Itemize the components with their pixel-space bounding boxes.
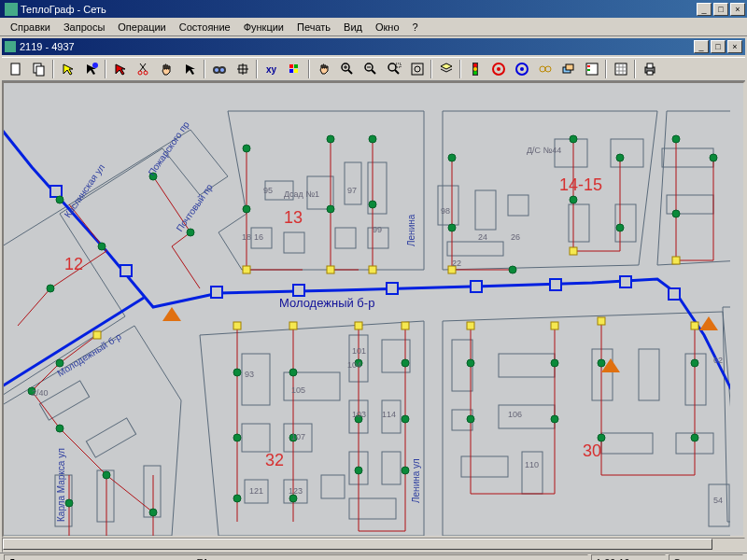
svg-rect-84 bbox=[639, 349, 659, 400]
street-pocht: Почтовый пр bbox=[175, 182, 215, 233]
menu-funkcii[interactable]: Функции bbox=[237, 20, 290, 35]
zoom-region-icon[interactable] bbox=[383, 59, 404, 79]
grid-icon[interactable] bbox=[610, 59, 631, 79]
a114: 114 bbox=[382, 410, 396, 419]
svg-rect-78 bbox=[499, 354, 555, 377]
copy-icon[interactable] bbox=[28, 59, 49, 79]
pan-icon[interactable] bbox=[313, 59, 334, 79]
a103: 103 bbox=[352, 410, 366, 419]
a121: 121 bbox=[249, 486, 263, 496]
maximize-button[interactable]: □ bbox=[713, 3, 728, 16]
svg-rect-56 bbox=[662, 148, 713, 167]
legend-icon[interactable] bbox=[581, 59, 602, 79]
a110: 110 bbox=[525, 460, 539, 469]
street-lenina2: Ленина ул bbox=[411, 458, 421, 503]
arrow-yellow-icon[interactable] bbox=[57, 59, 78, 79]
svg-rect-11 bbox=[289, 64, 293, 68]
sub-minimize-button[interactable]: _ bbox=[694, 40, 709, 53]
svg-point-24 bbox=[473, 71, 477, 75]
menu-zaprosy[interactable]: Запросы bbox=[57, 20, 111, 35]
svg-point-17 bbox=[388, 63, 396, 71]
svg-rect-36 bbox=[615, 63, 627, 75]
svg-rect-63 bbox=[242, 354, 270, 405]
svg-rect-32 bbox=[566, 64, 573, 70]
hand-icon[interactable] bbox=[156, 59, 177, 79]
svg-rect-49 bbox=[475, 190, 496, 230]
sub-close-button[interactable]: × bbox=[727, 40, 742, 53]
navigate-icon[interactable] bbox=[232, 59, 253, 79]
svg-point-132 bbox=[402, 359, 409, 367]
svg-rect-65 bbox=[242, 424, 270, 452]
svg-point-135 bbox=[467, 359, 474, 367]
pointer-icon[interactable] bbox=[179, 59, 201, 79]
svg-point-8 bbox=[215, 68, 218, 72]
svg-point-5 bbox=[144, 71, 148, 75]
menu-pechat[interactable]: Печать bbox=[290, 20, 337, 35]
svg-rect-82 bbox=[522, 452, 543, 494]
svg-rect-151 bbox=[355, 322, 362, 329]
svg-rect-14 bbox=[294, 69, 298, 73]
sub-maximize-button[interactable]: □ bbox=[711, 40, 726, 53]
layers2-icon[interactable] bbox=[557, 59, 579, 79]
svg-point-117 bbox=[672, 210, 680, 217]
svg-point-28 bbox=[520, 67, 524, 71]
menu-spravki[interactable]: Справки bbox=[4, 20, 57, 35]
svg-rect-76 bbox=[349, 498, 396, 519]
close-button[interactable]: × bbox=[730, 3, 745, 16]
menu-sostoyanie[interactable]: Состояние bbox=[173, 20, 237, 35]
svg-point-112 bbox=[570, 135, 577, 143]
cut-icon[interactable] bbox=[133, 59, 154, 79]
menu-okno[interactable]: Окно bbox=[369, 20, 406, 35]
menu-help[interactable]: ? bbox=[406, 20, 425, 35]
svg-rect-158 bbox=[672, 257, 680, 264]
map-viewport[interactable]: 12 13 14-15 30 32 Молодежный б-р Молодеж… bbox=[2, 81, 745, 538]
zoom-fit-icon[interactable] bbox=[406, 59, 428, 79]
a24: 24 bbox=[478, 232, 487, 242]
svg-point-3 bbox=[92, 63, 98, 68]
svg-rect-156 bbox=[691, 322, 698, 329]
svg-point-109 bbox=[448, 154, 456, 161]
horizontal-scrollbar[interactable] bbox=[2, 538, 745, 553]
network-map[interactable]: 12 13 14-15 30 32 Молодежный б-р Молодеж… bbox=[4, 83, 730, 536]
svg-point-102 bbox=[187, 229, 194, 236]
svg-rect-19 bbox=[412, 63, 423, 75]
svg-point-143 bbox=[65, 499, 73, 507]
target-blue-icon[interactable] bbox=[511, 59, 532, 79]
chain-icon[interactable] bbox=[534, 59, 556, 79]
file-icon[interactable] bbox=[5, 59, 26, 79]
svg-rect-2 bbox=[36, 66, 44, 76]
minimize-button[interactable]: _ bbox=[697, 3, 712, 16]
layers-icon[interactable] bbox=[435, 59, 457, 79]
svg-point-115 bbox=[616, 224, 624, 231]
menu-vid[interactable]: Вид bbox=[337, 20, 369, 35]
svg-rect-94 bbox=[471, 281, 482, 292]
palette-icon[interactable] bbox=[284, 59, 305, 79]
svg-point-114 bbox=[616, 154, 624, 161]
svg-point-133 bbox=[402, 415, 409, 423]
svg-rect-89 bbox=[50, 186, 62, 197]
svg-rect-97 bbox=[669, 288, 680, 300]
print-icon[interactable] bbox=[639, 59, 660, 79]
traffic-light-icon[interactable] bbox=[464, 59, 486, 79]
status-mode: Сеть bbox=[669, 554, 743, 560]
arrow-blue-icon[interactable] bbox=[80, 59, 102, 79]
zoom-out-icon[interactable] bbox=[359, 59, 381, 79]
svg-point-122 bbox=[103, 471, 110, 479]
svg-rect-83 bbox=[592, 349, 613, 400]
a62: 62 bbox=[713, 356, 723, 365]
a98: 98 bbox=[441, 206, 450, 216]
subwindow-titlebar: 2119 - 4937 _ □ × bbox=[2, 38, 745, 55]
toolbar: xy bbox=[2, 57, 745, 81]
xy-icon[interactable]: xy bbox=[261, 59, 282, 79]
menu-operacii[interactable]: Операции bbox=[111, 20, 172, 35]
target-red-icon[interactable] bbox=[487, 59, 509, 79]
svg-point-105 bbox=[327, 135, 334, 143]
svg-rect-12 bbox=[294, 64, 298, 68]
svg-rect-69 bbox=[321, 475, 345, 498]
svg-rect-96 bbox=[620, 276, 631, 287]
a93: 93 bbox=[245, 370, 254, 379]
arrow-red-icon[interactable] bbox=[109, 59, 131, 79]
binoculars-icon[interactable] bbox=[208, 59, 230, 79]
zoom-in-icon[interactable] bbox=[336, 59, 358, 79]
a106: 106 bbox=[508, 410, 522, 419]
